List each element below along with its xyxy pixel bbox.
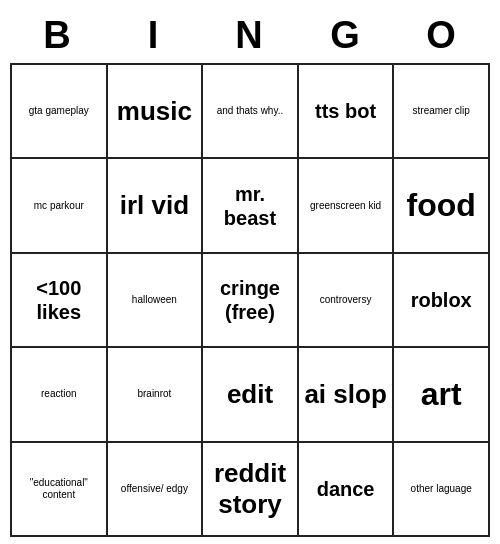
header-o: O: [394, 14, 490, 57]
cell-text-17: edit: [227, 379, 273, 410]
bingo-cell-0: gta gameplay: [12, 65, 108, 159]
header-i: I: [106, 14, 202, 57]
bingo-cell-12: cringe (free): [203, 254, 299, 348]
bingo-cell-13: controversy: [299, 254, 395, 348]
cell-text-15: reaction: [41, 388, 77, 400]
bingo-cell-6: irl vid: [108, 159, 204, 253]
bingo-cell-2: and thats why..: [203, 65, 299, 159]
bingo-cell-7: mr. beast: [203, 159, 299, 253]
cell-text-23: dance: [317, 477, 375, 501]
bingo-cell-16: brainrot: [108, 348, 204, 442]
cell-text-1: music: [117, 96, 192, 127]
header-g: G: [298, 14, 394, 57]
cell-text-13: controversy: [320, 294, 372, 306]
bingo-cell-23: dance: [299, 443, 395, 537]
bingo-cell-9: food: [394, 159, 490, 253]
bingo-cell-22: reddit story: [203, 443, 299, 537]
cell-text-12: cringe (free): [207, 276, 293, 324]
bingo-grid: gta gameplaymusicand thats why..tts bots…: [10, 63, 490, 537]
bingo-cell-8: greenscreen kid: [299, 159, 395, 253]
cell-text-2: and thats why..: [217, 105, 284, 117]
cell-text-11: halloween: [132, 294, 177, 306]
bingo-cell-24: other laguage: [394, 443, 490, 537]
cell-text-7: mr. beast: [207, 182, 293, 230]
cell-text-10: <100 likes: [16, 276, 102, 324]
cell-text-21: offensive/ edgy: [121, 483, 188, 495]
cell-text-6: irl vid: [120, 190, 189, 221]
cell-text-18: ai slop: [304, 379, 386, 410]
cell-text-22: reddit story: [207, 458, 293, 520]
bingo-cell-15: reaction: [12, 348, 108, 442]
header-n: N: [202, 14, 298, 57]
bingo-cell-11: halloween: [108, 254, 204, 348]
bingo-cell-19: art: [394, 348, 490, 442]
bingo-cell-18: ai slop: [299, 348, 395, 442]
bingo-cell-17: edit: [203, 348, 299, 442]
cell-text-0: gta gameplay: [29, 105, 89, 117]
cell-text-8: greenscreen kid: [310, 200, 381, 212]
bingo-cell-4: streamer clip: [394, 65, 490, 159]
cell-text-24: other laguage: [411, 483, 472, 495]
cell-text-20: "educational" content: [16, 477, 102, 501]
cell-text-9: food: [407, 186, 476, 224]
cell-text-19: art: [421, 375, 462, 413]
bingo-cell-21: offensive/ edgy: [108, 443, 204, 537]
bingo-header: B I N G O: [10, 7, 490, 63]
bingo-card: B I N G O gta gameplaymusicand thats why…: [10, 7, 490, 537]
header-b: B: [10, 14, 106, 57]
cell-text-4: streamer clip: [413, 105, 470, 117]
cell-text-14: roblox: [411, 288, 472, 312]
bingo-cell-5: mc parkour: [12, 159, 108, 253]
cell-text-16: brainrot: [137, 388, 171, 400]
cell-text-3: tts bot: [315, 99, 376, 123]
bingo-cell-1: music: [108, 65, 204, 159]
bingo-cell-10: <100 likes: [12, 254, 108, 348]
cell-text-5: mc parkour: [34, 200, 84, 212]
bingo-cell-20: "educational" content: [12, 443, 108, 537]
bingo-cell-14: roblox: [394, 254, 490, 348]
bingo-cell-3: tts bot: [299, 65, 395, 159]
